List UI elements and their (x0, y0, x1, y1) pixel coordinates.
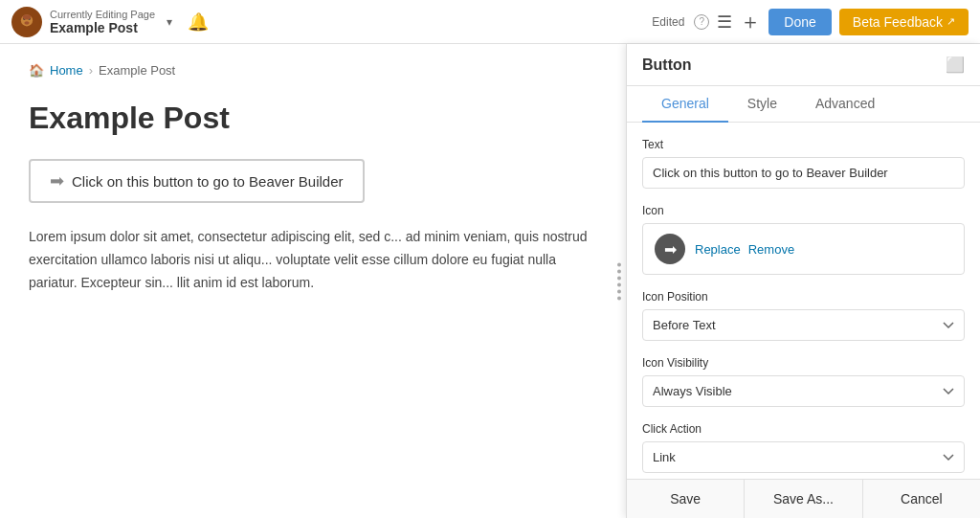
save-button[interactable]: Save (627, 480, 745, 518)
main-area: 🏠 Home › Example Post Example Post ➡ Cli… (0, 44, 980, 518)
icon-position-select[interactable]: Before Text After Text (642, 309, 965, 341)
topbar-subtitle: Currently Editing Page (50, 9, 155, 20)
text-field-group: Text (642, 138, 965, 189)
icon-visibility-select[interactable]: Always Visible On Hover (642, 375, 965, 407)
topbar-list-icon[interactable]: ☰ (717, 11, 732, 33)
cancel-button[interactable]: Cancel (863, 480, 980, 518)
panel-window-icon[interactable]: ⬜ (946, 56, 965, 74)
breadcrumb-current: Example Post (99, 63, 175, 78)
svg-point-4 (24, 21, 29, 25)
panel-body: Text Icon ➡ Replace Remove Icon P (627, 123, 980, 479)
topbar-left: Currently Editing Page Example Post ▾ 🔔 (11, 7, 209, 37)
topbar-help-icon[interactable]: ? (694, 14, 709, 30)
page-button-preview[interactable]: ➡ Click on this button to go to Beaver B… (29, 159, 365, 203)
panel-header: Button ⬜ (627, 44, 980, 86)
button-arrow-icon: ➡ (50, 170, 64, 191)
beaver-logo (11, 7, 42, 37)
done-button[interactable]: Done (768, 9, 831, 35)
topbar-title: Example Post (50, 20, 155, 35)
breadcrumb-home-link[interactable]: Home (50, 63, 83, 78)
breadcrumb: 🏠 Home › Example Post (29, 63, 597, 78)
panel-footer: Save Save As... Cancel (627, 479, 980, 518)
tab-style[interactable]: Style (728, 86, 796, 123)
topbar: Currently Editing Page Example Post ▾ 🔔 … (0, 0, 980, 44)
save-as-button[interactable]: Save As... (745, 480, 862, 518)
icon-field-label: Icon (642, 204, 965, 217)
click-action-label: Click Action (642, 422, 965, 436)
text-field-label: Text (642, 138, 965, 151)
drag-dot (617, 296, 621, 300)
breadcrumb-separator: › (89, 63, 93, 78)
topbar-add-icon[interactable]: ＋ (740, 8, 761, 36)
drag-dot (617, 262, 621, 266)
click-action-field-group: Click Action Link Scroll to Section (642, 422, 965, 473)
panel-drag-handle[interactable] (617, 262, 621, 300)
home-icon: 🏠 (29, 63, 44, 78)
page-canvas: 🏠 Home › Example Post Example Post ➡ Cli… (0, 44, 626, 518)
icon-preview-box: ➡ Replace Remove (642, 223, 965, 275)
icon-visibility-field-group: Icon Visibility Always Visible On Hover (642, 356, 965, 407)
beta-external-icon: ↗ (947, 15, 955, 28)
icon-actions: Replace Remove (695, 242, 794, 257)
icon-field-group: Icon ➡ Replace Remove (642, 204, 965, 275)
drag-dot (617, 282, 621, 286)
beta-feedback-label: Beta Feedback (853, 14, 943, 30)
icon-arrow: ➡ (664, 240, 677, 259)
settings-panel: Button ⬜ General Style Advanced Text (626, 44, 980, 518)
icon-preview: ➡ (655, 234, 685, 264)
topbar-edited-label: Edited (652, 15, 684, 29)
panel-tabs: General Style Advanced (627, 86, 980, 123)
drag-dot (617, 289, 621, 293)
icon-position-field-group: Icon Position Before Text After Text (642, 290, 965, 341)
tab-advanced[interactable]: Advanced (796, 86, 894, 123)
tab-general[interactable]: General (642, 86, 728, 123)
click-action-select[interactable]: Link Scroll to Section (642, 441, 965, 473)
icon-remove-link[interactable]: Remove (748, 242, 794, 257)
topbar-chevron-icon[interactable]: ▾ (167, 15, 172, 29)
topbar-right: Edited ? ☰ ＋ Done Beta Feedback ↗ (652, 8, 969, 36)
drag-dot (617, 269, 621, 273)
icon-visibility-label: Icon Visibility (642, 356, 965, 370)
button-preview-label: Click on this button to go to Beaver Bui… (72, 173, 344, 190)
svg-rect-5 (24, 27, 29, 31)
page-title: Example Post (29, 101, 597, 136)
beta-feedback-button[interactable]: Beta Feedback ↗ (839, 9, 969, 35)
panel-title: Button (642, 56, 692, 74)
text-input[interactable] (642, 157, 965, 189)
page-body-text: Lorem ipsum dolor sit amet, consectetur … (29, 226, 597, 294)
icon-position-label: Icon Position (642, 290, 965, 304)
topbar-title-group: Currently Editing Page Example Post (50, 9, 155, 35)
drag-dot (617, 276, 621, 280)
svg-point-6 (23, 14, 32, 19)
topbar-bell-icon[interactable]: 🔔 (188, 11, 209, 33)
icon-replace-link[interactable]: Replace (695, 242, 741, 257)
